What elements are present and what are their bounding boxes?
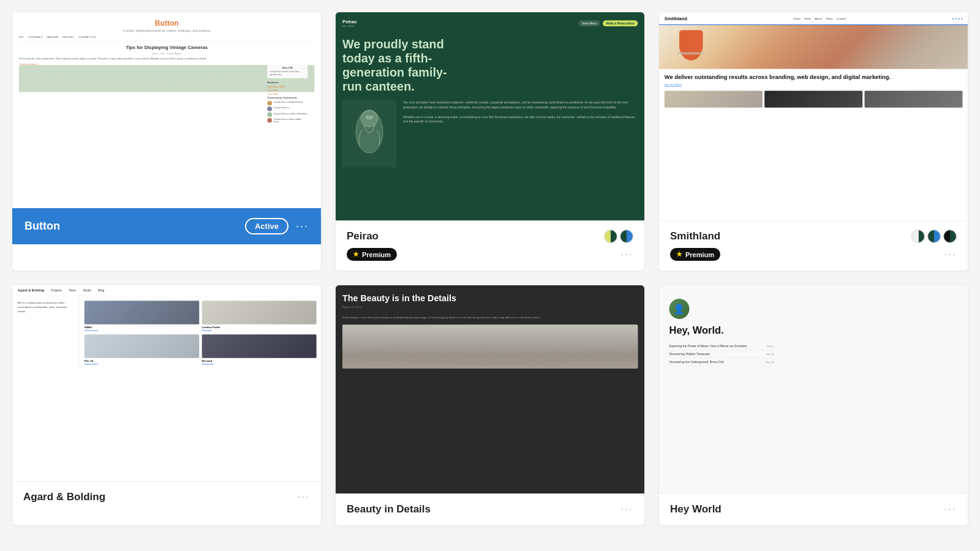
smithland-swatch-3[interactable] <box>943 230 957 243</box>
agard-layout: We're a collaborative architecture offic… <box>12 296 321 370</box>
peirao-layout: Our core principles have remained unalte… <box>342 100 638 167</box>
button-theme-name: Button <box>24 220 60 233</box>
smithland-premium-label: Premium <box>685 251 714 258</box>
smithland-social: ●●●● <box>952 17 962 20</box>
svg-point-4 <box>371 116 373 119</box>
beauty-more-dots[interactable]: ··· <box>620 503 633 515</box>
smithland-content: We deliver outstanding results across br… <box>659 69 968 112</box>
project-pier: Pier 10 Infrastructure <box>85 334 199 365</box>
saag-title: SAAG <box>85 326 199 329</box>
preview-sidebar: About Me I created this website to intro… <box>267 65 307 125</box>
hey-greeting: Hey, World. <box>669 324 724 336</box>
post-date-2: Jan 31 <box>766 353 774 356</box>
preview-smithland[interactable]: Smithland HomeWorkAboutNewsContact ●●●● … <box>659 12 968 220</box>
agard-name: Agard & Bolding <box>23 491 105 503</box>
project-saag: SAAG Infrastructure <box>85 301 199 332</box>
card-footer-peirao: Peirao ★ Premium ··· <box>336 220 644 271</box>
agard-left-col: We're a collaborative architecture offic… <box>12 296 80 370</box>
post-item-2: Discovering Hidden Treasures Jan 31 <box>669 350 775 358</box>
beauty-main-img <box>342 324 638 369</box>
smithland-premium-badge: ★ Premium <box>670 248 720 261</box>
beauty-footer-top: Beauty in Details ··· <box>347 503 633 515</box>
card-button: Button A stylish, lighthearted theme for… <box>12 12 321 271</box>
hey-avatar: 👤 <box>669 299 690 319</box>
peirao-swatches <box>604 230 633 243</box>
peirao-footer-top: Peirao <box>347 230 633 243</box>
preview-agard[interactable]: Agard & Bolding ProjectsTeamStudioBlog W… <box>12 285 321 481</box>
saag-img <box>85 301 199 324</box>
smithland-hero <box>659 25 968 69</box>
beauty-left: Great design is more than just creating … <box>342 316 638 325</box>
agard-projects: SAAG Infrastructure London Fields Citysc… <box>80 296 321 370</box>
smithland-footer-top: Smithland <box>670 230 957 243</box>
agard-topnav: Agard & Bolding ProjectsTeamStudioBlog <box>12 285 321 296</box>
swatch-2[interactable] <box>620 230 633 243</box>
hey-more-dots[interactable]: ··· <box>944 503 957 515</box>
agard-more-dots[interactable]: ··· <box>297 490 310 503</box>
premium-star: ★ <box>353 250 359 258</box>
project-orestad: Ørestad Residential <box>202 334 316 365</box>
active-badge: Active <box>245 218 288 234</box>
thumb-3 <box>865 91 963 108</box>
preview-hey[interactable]: 👤 Hey, World. Exploring the Power of Mus… <box>659 285 968 493</box>
preview-beauty[interactable]: The Beauty is in the Details March 20, 2… <box>336 285 644 493</box>
london-img <box>202 301 316 324</box>
preview-button-sub: A stylish, lighthearted theme for crafte… <box>19 29 314 33</box>
smithland-topbar: Smithland HomeWorkAboutNewsContact ●●●● <box>659 12 968 25</box>
card-footer-agard: Agard & Bolding ··· <box>12 481 321 513</box>
hey-footer-top: Hey World ··· <box>670 503 957 515</box>
smithland-thumbs <box>665 91 963 108</box>
peirao-premium-badge: ★ Premium <box>347 248 397 261</box>
preview-button[interactable]: Button A stylish, lighthearted theme for… <box>12 12 321 208</box>
card-smithland: Smithland HomeWorkAboutNewsContact ●●●● … <box>659 12 968 271</box>
peirao-topbar: Peirao Est. 1978 View Menu Make a Reserv… <box>342 19 638 28</box>
peirao-more-dots[interactable]: ··· <box>620 248 633 261</box>
smithland-footer-bottom: ★ Premium ··· <box>670 248 957 261</box>
preview-nav: DIYTUTORIALSFASHIONDECOR ▾CONTACT US <box>19 36 314 42</box>
beauty-date: March 20, 2023 <box>342 306 638 309</box>
preview-button-title: Button <box>19 19 314 28</box>
smithland-swatch-1[interactable] <box>911 230 925 243</box>
beauty-headline: The Beauty is in the Details <box>342 293 638 304</box>
post-title-3: Uncovering the Underground: Bronx Drill <box>669 360 724 364</box>
post-date-3: Dec 19 <box>766 360 774 363</box>
smithland-nav: HomeWorkAboutNewsContact <box>793 17 846 20</box>
post-title-2: Discovering Hidden Treasures <box>669 352 710 356</box>
orestad-cat: Residential <box>202 363 316 365</box>
smithland-name: Smithland <box>670 230 720 242</box>
post-item-1: Exploring the Power of Music: How it Aff… <box>669 343 775 351</box>
post-item-3: Uncovering the Underground: Bronx Drill … <box>669 358 775 366</box>
smithland-headline: We deliver outstanding results across br… <box>665 73 963 81</box>
preview-peirao[interactable]: Peirao Est. 1978 View Menu Make a Reserv… <box>336 12 644 220</box>
hey-post-list: Exploring the Power of Music: How it Aff… <box>669 343 775 366</box>
thumb-2 <box>764 91 862 108</box>
card-peirao: Peirao Est. 1978 View Menu Make a Reserv… <box>336 12 644 271</box>
premium-star-2: ★ <box>676 250 682 258</box>
peirao-view-menu: View Menu <box>578 20 600 26</box>
card-footer-beauty: Beauty in Details ··· <box>336 493 644 525</box>
peirao-nav-btns: View Menu Make a Reservation <box>578 20 638 26</box>
card-footer-smithland: Smithland <box>659 220 968 271</box>
peirao-mascot <box>342 100 396 167</box>
card-footer-hey: Hey World ··· <box>659 493 968 525</box>
swatch-1[interactable] <box>604 230 617 243</box>
card-agard: Agard & Bolding ProjectsTeamStudioBlog W… <box>12 285 321 525</box>
smithland-more-dots[interactable]: ··· <box>944 248 957 261</box>
button-more-dots[interactable]: ··· <box>296 220 309 233</box>
smithland-swatches <box>911 230 957 243</box>
post-date-1: Feb 1 <box>767 345 774 348</box>
theme-grid: Button A stylish, lighthearted theme for… <box>12 12 968 525</box>
preview-body: Fusce ante elit, vitae pretium ante. Nun… <box>19 57 314 61</box>
peirao-side-text: Our core principles have remained unalte… <box>403 100 638 167</box>
peirao-name: Peirao <box>347 230 379 242</box>
orestad-title: Ørestad <box>202 359 316 362</box>
smithland-logo: Smithland <box>665 16 687 21</box>
pier-cat: Infrastructure <box>85 363 199 365</box>
peirao-headline: We proudly stand today as a fifth-genera… <box>342 37 450 93</box>
smithland-swatch-2[interactable] <box>927 230 941 243</box>
agard-brand: Agard & Bolding <box>18 289 44 293</box>
peirao-logo: Peirao Est. 1978 <box>342 19 357 28</box>
beauty-body: Great design is more than just creating … <box>342 316 638 320</box>
beauty-layout: Great design is more than just creating … <box>342 316 638 325</box>
premium-label: Premium <box>362 251 391 258</box>
